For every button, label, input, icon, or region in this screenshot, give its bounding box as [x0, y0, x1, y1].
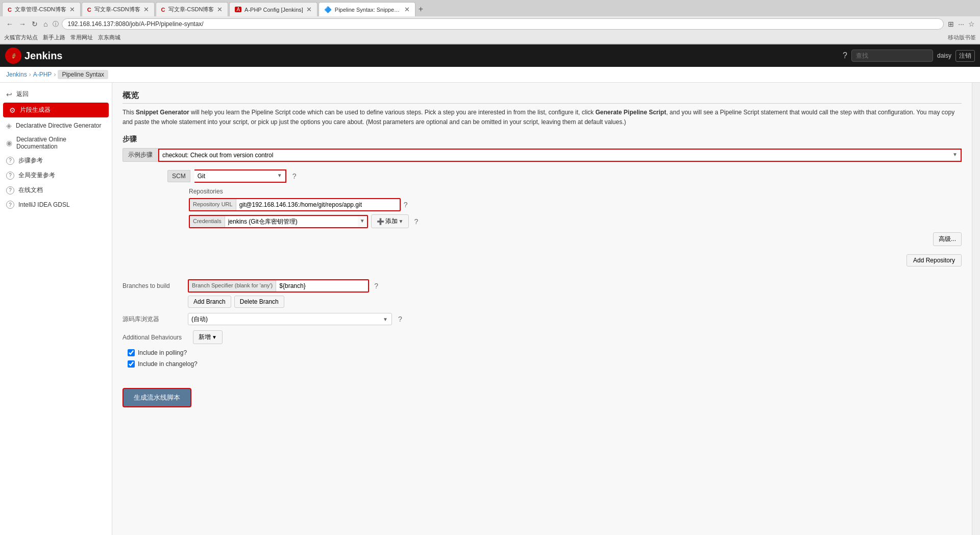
- delete-branch-button[interactable]: Delete Branch: [234, 296, 284, 308]
- breadcrumb-jenkins[interactable]: Jenkins: [6, 71, 27, 78]
- include-polling-checkbox[interactable]: [128, 349, 135, 356]
- star-icon[interactable]: ☆: [967, 19, 976, 29]
- source-browser-row: 源码库浏览器 (自动) ▼ ?: [122, 313, 962, 325]
- more-icon[interactable]: ···: [957, 19, 965, 29]
- sidebar-item-online-docs[interactable]: ? 在线文档: [0, 183, 112, 198]
- back-icon: ↩: [6, 90, 12, 99]
- tab1-icon: C: [8, 7, 12, 13]
- scm-help-icon[interactable]: ?: [292, 172, 297, 180]
- sidebar-item-back[interactable]: ↩ 返回: [0, 87, 112, 102]
- home-button[interactable]: ⌂: [41, 19, 50, 29]
- generate-btn-wrapper: 生成流水线脚本: [122, 388, 962, 407]
- repo-url-label: Repository URL: [190, 199, 236, 210]
- docs-icon: ◉: [6, 139, 12, 147]
- add-branch-button[interactable]: Add Branch: [188, 296, 231, 308]
- repo-url-row: Repository URL ?: [189, 198, 962, 211]
- back-button[interactable]: ←: [4, 19, 15, 29]
- tab2-close[interactable]: ✕: [143, 6, 149, 13]
- address-input[interactable]: [62, 18, 944, 30]
- sidebar-item-global-vars[interactable]: ? 全局变量参考: [0, 168, 112, 183]
- repositories-label: Repositories: [189, 188, 962, 195]
- add-credentials-button[interactable]: ➕ 添加 ▼: [371, 214, 409, 228]
- scrollbar[interactable]: [972, 83, 980, 535]
- step-select[interactable]: checkout: Check out from version control: [158, 149, 962, 162]
- branch-specifier-label: Branch Specifier (blank for 'any'): [189, 280, 276, 291]
- help-icon-header[interactable]: ?: [843, 51, 847, 60]
- jenkins-logo-image: 🏺: [5, 47, 21, 64]
- additional-behaviours-row: Additional Behaviours 新增 ▼: [122, 330, 962, 344]
- jenkins-title: Jenkins: [24, 50, 62, 62]
- overview-title: 概览: [122, 90, 962, 104]
- sidebar-label-snippet: 片段生成器: [20, 106, 51, 114]
- bookmark-1[interactable]: 火狐官方站点: [4, 34, 38, 41]
- branch-help-icon[interactable]: ?: [374, 282, 378, 290]
- desc-part2: will help you learn the Pipeline Script …: [189, 109, 596, 116]
- bookmark-2[interactable]: 新手上路: [43, 34, 65, 41]
- repo-actions: 高级...: [189, 232, 962, 250]
- bookmark-4[interactable]: 京东商城: [98, 34, 120, 41]
- desc-part1: This: [122, 109, 136, 116]
- browser-chrome: C 文章管理-CSDN博客 ✕ C 写文章-CSDN博客 ✕ C 写文章-CSD…: [0, 0, 980, 44]
- sidebar-item-directive[interactable]: ◈ Declarative Directive Generator: [0, 118, 112, 133]
- advanced-button[interactable]: 高级...: [933, 232, 962, 246]
- repo-url-help-icon[interactable]: ?: [404, 201, 408, 209]
- branch-input[interactable]: [276, 280, 368, 291]
- step-ref-icon: ?: [6, 157, 14, 165]
- sidebar-item-step-ref[interactable]: ? 步骤参考: [0, 153, 112, 168]
- search-input[interactable]: [851, 50, 933, 62]
- add-label: 添加: [385, 217, 398, 226]
- logout-button[interactable]: 注销: [955, 50, 975, 62]
- scm-select[interactable]: Git: [194, 169, 286, 183]
- snippet-icon: ⚙: [9, 106, 16, 114]
- include-polling-row: Include in polling?: [128, 349, 962, 356]
- tab-3[interactable]: C 写文章-CSDN博客 ✕: [156, 2, 229, 16]
- source-browser-help-icon[interactable]: ?: [398, 315, 402, 323]
- credentials-select[interactable]: jenkins (Git仓库密钥管理): [225, 216, 358, 227]
- tab-1[interactable]: C 文章管理-CSDN博客 ✕: [2, 2, 81, 16]
- generate-pipeline-script-button[interactable]: 生成流水线脚本: [122, 388, 191, 407]
- credentials-dropdown-arrow[interactable]: ▼: [358, 216, 367, 227]
- toolbar-icons: ⊞ ··· ☆: [947, 19, 976, 29]
- tab5-label: Pipeline Syntax: Snippet Ge...: [335, 7, 401, 13]
- breadcrumb: Jenkins › A-PHP › Pipeline Syntax: [0, 67, 980, 83]
- repo-url-input[interactable]: [236, 199, 400, 210]
- source-browser-select[interactable]: (自动): [188, 313, 392, 325]
- credentials-help-icon[interactable]: ?: [414, 217, 418, 226]
- new-dropdown-arrow: ▼: [212, 334, 217, 340]
- add-repository-button[interactable]: Add Repository: [906, 254, 962, 266]
- tab5-close[interactable]: ✕: [404, 6, 410, 13]
- include-changelog-checkbox[interactable]: [128, 360, 135, 368]
- sidebar-item-intellij[interactable]: ? IntelliJ IDEA GDSL: [0, 198, 112, 212]
- bookmarks-bar: 火狐官方站点 新手上路 常用网址 京东商城 移动版书签: [0, 32, 980, 44]
- tab-2[interactable]: C 写文章-CSDN博客 ✕: [82, 2, 155, 16]
- tab3-close[interactable]: ✕: [217, 6, 223, 13]
- new-behaviour-button[interactable]: 新增 ▼: [193, 330, 223, 344]
- new-tab-button[interactable]: +: [416, 4, 425, 15]
- user-label[interactable]: daisy: [937, 52, 951, 59]
- sidebar-item-docs[interactable]: ◉ Declarative Online Documentation: [0, 133, 112, 153]
- tab3-icon: C: [161, 7, 165, 13]
- sidebar-item-snippet[interactable]: ⚙ 片段生成器: [3, 103, 109, 117]
- tab3-label: 写文章-CSDN博客: [168, 6, 214, 13]
- breadcrumb-aphp[interactable]: A-PHP: [33, 71, 52, 78]
- breadcrumb-sep1: ›: [29, 71, 31, 78]
- repo-url-box: Repository URL: [189, 198, 401, 211]
- extension-icon[interactable]: ⊞: [947, 19, 955, 29]
- tab-5[interactable]: 🔷 Pipeline Syntax: Snippet Ge... ✕: [318, 2, 415, 16]
- jenkins-logo[interactable]: 🏺 Jenkins: [5, 47, 62, 64]
- tab1-close[interactable]: ✕: [69, 6, 75, 13]
- refresh-button[interactable]: ↻: [30, 19, 40, 29]
- forward-button[interactable]: →: [17, 19, 28, 29]
- secure-icon: ⓘ: [53, 20, 59, 29]
- step-label: 示例步骤: [122, 148, 158, 162]
- source-browser-label: 源码库浏览器: [122, 315, 184, 324]
- credentials-box: Credentials jenkins (Git仓库密钥管理) ▼: [189, 215, 368, 228]
- branch-actions: Add Branch Delete Branch: [188, 296, 962, 308]
- tab4-icon: A: [235, 7, 241, 12]
- bookmark-3[interactable]: 常用网址: [70, 34, 93, 41]
- tab2-label: 写文章-CSDN博客: [94, 6, 140, 13]
- address-bar: ← → ↻ ⌂ ⓘ ⊞ ··· ☆: [0, 16, 980, 32]
- tab4-close[interactable]: ✕: [306, 6, 312, 13]
- tab-4[interactable]: A A-PHP Config [Jenkins] ✕: [229, 2, 317, 16]
- mobile-bookmark[interactable]: 移动版书签: [948, 34, 976, 41]
